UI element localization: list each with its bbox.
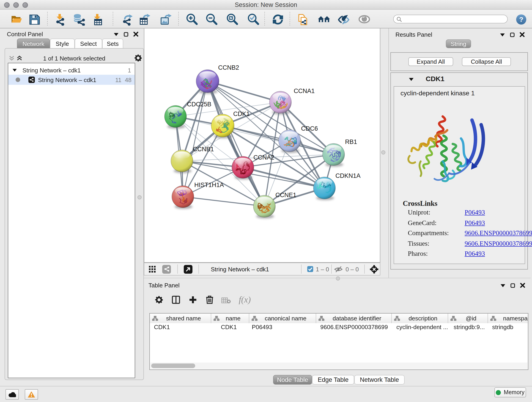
export-table-button[interactable]: [138, 13, 151, 26]
table-cell[interactable]: cyclin-dependent ...: [392, 323, 448, 331]
open-in-window-button[interactable]: [184, 265, 192, 274]
clone-network-button[interactable]: [297, 13, 309, 26]
column-header-namespace[interactable]: namespace: [488, 313, 528, 323]
network-share-button[interactable]: [162, 265, 171, 274]
save-session-button[interactable]: [28, 13, 41, 26]
float-panel-icon[interactable]: [114, 32, 119, 36]
delete-column-button[interactable]: [206, 295, 214, 305]
crosslink-label: Pharos:: [408, 250, 428, 257]
tab-style[interactable]: Style: [50, 38, 75, 49]
close-panel-icon[interactable]: [520, 283, 525, 288]
table-cell[interactable]: stringdb:9...: [448, 323, 488, 331]
network-tree-row[interactable]: String Network – cdk11148: [8, 75, 135, 85]
column-header-description[interactable]: description: [392, 313, 448, 323]
left-splitter-handle[interactable]: [138, 195, 142, 199]
tab-select[interactable]: Select: [75, 38, 102, 49]
network-options-gear-icon[interactable]: [134, 54, 142, 63]
warning-status-button[interactable]: [25, 389, 38, 400]
network-node-hist1h1a[interactable]: [172, 186, 194, 208]
export-network-button[interactable]: [121, 13, 134, 26]
table-cell[interactable]: stringdb: [488, 323, 528, 331]
crosslink-value-link[interactable]: 9606.ENSP00000378699: [465, 240, 532, 248]
houses-icon: [317, 13, 330, 26]
first-neighbors-button[interactable]: [317, 13, 330, 26]
tab-edge-table[interactable]: Edge Table: [312, 375, 354, 385]
memory-button[interactable]: Memory: [494, 387, 526, 397]
undock-panel-icon[interactable]: [510, 283, 515, 288]
crosslink-value-link[interactable]: P06493: [465, 250, 485, 258]
export-image-button[interactable]: [159, 13, 172, 26]
table-cell[interactable]: CDK1: [211, 323, 249, 331]
network-node-ccnb2[interactable]: [196, 70, 219, 93]
float-panel-icon[interactable]: [500, 33, 505, 36]
show-all-button[interactable]: [358, 13, 371, 26]
tab-string[interactable]: String: [446, 39, 471, 48]
close-panel-icon[interactable]: [133, 32, 138, 37]
network-node-ccna2[interactable]: [232, 156, 254, 178]
scrollbar-thumb[interactable]: [151, 364, 195, 368]
network-node-rb1[interactable]: [323, 143, 345, 166]
import-network-from-file-button[interactable]: [53, 13, 66, 26]
toolbar-separator: [301, 264, 302, 274]
function-builder-button[interactable]: f(x): [239, 295, 251, 305]
crosslink-value-link[interactable]: P06493: [465, 209, 485, 216]
string-network-icon: [28, 77, 35, 83]
undock-panel-icon[interactable]: [124, 32, 128, 36]
open-session-button[interactable]: [10, 13, 23, 26]
tab-network-table[interactable]: Network Table: [354, 375, 405, 385]
close-panel-icon[interactable]: [520, 32, 525, 37]
zoom-fit-button[interactable]: [226, 13, 239, 26]
crosslink-value-link[interactable]: P06493: [465, 219, 485, 227]
birds-eye-view-button[interactable]: [370, 265, 379, 274]
table-cell[interactable]: P06493: [249, 323, 316, 331]
network-node-cdkn1a[interactable]: [313, 177, 336, 199]
network-graph[interactable]: CCNB2CCNA1CDC25BCDK1CDC6RB1CCNB1CCNA2CDK…: [144, 28, 380, 262]
undock-panel-icon[interactable]: [510, 32, 515, 37]
table-options-gear-button[interactable]: [155, 296, 163, 305]
create-column-button[interactable]: [189, 296, 197, 305]
tree-expander-icon[interactable]: [12, 68, 17, 72]
collapse-all-button[interactable]: Collapse All: [462, 57, 511, 66]
column-header-sharedname[interactable]: shared name: [150, 313, 211, 323]
tab-node-table[interactable]: Node Table: [273, 375, 312, 385]
zoom-in-button[interactable]: [186, 13, 198, 26]
network-node-cdk1[interactable]: [211, 114, 234, 137]
network-node-cdc25b[interactable]: [165, 105, 186, 128]
network-tree-row[interactable]: String Network – cdk11: [8, 65, 135, 75]
search-field[interactable]: [393, 15, 508, 23]
import-network-from-database-button[interactable]: [72, 13, 85, 26]
network-node-cdc6[interactable]: [279, 130, 301, 152]
network-canvas[interactable]: CCNB2CCNA1CDC25BCDK1CDC6RB1CCNB1CCNA2CDK…: [144, 28, 380, 263]
column-header-databaseidentifier[interactable]: database identifier: [316, 313, 392, 323]
cloud-status-button[interactable]: [6, 389, 19, 400]
crosslink-value-link[interactable]: 9606.ENSP00000378699: [465, 229, 532, 237]
tab-network[interactable]: Network: [17, 38, 50, 49]
refresh-button[interactable]: [271, 13, 284, 26]
network-node-ccne1[interactable]: [253, 195, 275, 217]
network-node-ccnb1[interactable]: [171, 150, 193, 172]
tab-sets[interactable]: Sets: [102, 38, 123, 49]
network-node-ccna1[interactable]: [269, 91, 291, 113]
table-h-scrollbar[interactable]: [150, 363, 527, 369]
column-header-canonicalname[interactable]: canonical name: [249, 313, 316, 323]
show-column-panel-button[interactable]: [172, 296, 180, 305]
expand-all-button[interactable]: Expand All: [408, 57, 453, 66]
table-cell[interactable]: 9606.ENSP00000378699: [316, 323, 392, 331]
export-table-icon: [139, 13, 151, 26]
right-splitter-handle[interactable]: [381, 150, 385, 154]
import-table-from-file-button[interactable]: [91, 13, 104, 26]
collapse-gene-icon[interactable]: [409, 77, 414, 81]
crosslink-label: Uniprot:: [408, 209, 430, 216]
node-label: CCNA1: [294, 88, 315, 95]
table-cell[interactable]: CDK1: [150, 323, 211, 331]
float-panel-icon[interactable]: [500, 283, 505, 287]
hide-selected-button[interactable]: [337, 13, 350, 26]
network-edge[interactable]: [183, 197, 264, 206]
column-header-id[interactable]: @id: [448, 313, 488, 323]
help-button[interactable]: ?: [515, 13, 527, 26]
zoom-selected-button[interactable]: [247, 13, 260, 26]
column-header-name[interactable]: name: [211, 313, 249, 323]
zoom-out-button[interactable]: [205, 13, 218, 26]
grid-view-button[interactable]: [149, 266, 156, 273]
network-edge[interactable]: [183, 81, 208, 197]
